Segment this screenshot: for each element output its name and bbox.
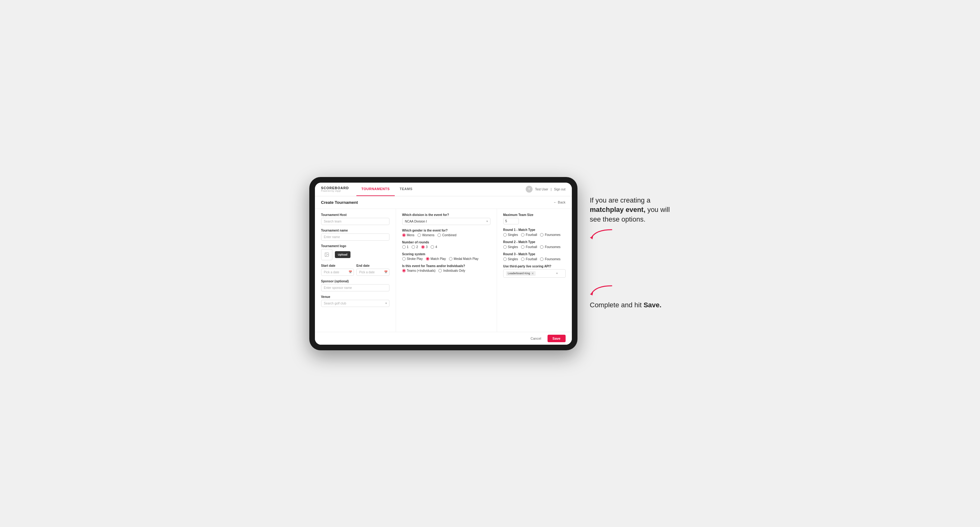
annotation-top-wrapper: If you are creating a matchplay event, y… — [590, 196, 671, 241]
gender-womens[interactable]: Womens — [417, 233, 434, 237]
tournament-name-input[interactable] — [321, 233, 390, 241]
start-date-group: Start date — [321, 264, 354, 276]
page-title: Create Tournament — [321, 200, 358, 205]
form-middle-column: Which division is the event for? NCAA Di… — [396, 209, 497, 332]
scoring-medal-radio[interactable] — [449, 257, 452, 260]
scoring-stroke[interactable]: Stroke Play — [402, 257, 423, 260]
round2-fourball[interactable]: Fourball — [521, 245, 537, 249]
gender-mens-radio[interactable] — [402, 233, 406, 237]
tablet-frame: SCOREBOARD Powered by clippt TOURNAMENTS… — [309, 177, 578, 350]
venue-select-wrapper — [321, 300, 390, 307]
start-date-input[interactable] — [321, 269, 354, 276]
back-link[interactable]: ← Back — [554, 200, 566, 204]
teams-label: Is this event for Teams and/or Individua… — [402, 264, 490, 268]
end-date-label: End date — [356, 264, 390, 267]
scoring-api-field[interactable]: Leaderboard King ✕ ▾ — [503, 269, 566, 278]
gender-womens-radio[interactable] — [417, 233, 421, 237]
tournament-host-input[interactable] — [321, 218, 390, 225]
rounds-group: Number of rounds 1 2 — [402, 241, 490, 249]
teams-label-text: Teams (+Individuals) — [407, 269, 436, 272]
end-date-input[interactable] — [356, 269, 390, 276]
scoring-match-label: Match Play — [431, 257, 446, 260]
round1-singles[interactable]: Singles — [503, 233, 518, 237]
max-team-input[interactable] — [503, 218, 519, 224]
gender-combined[interactable]: Combined — [438, 233, 457, 237]
rounds-3-radio[interactable] — [421, 245, 425, 249]
scoring-match[interactable]: Match Play — [426, 257, 446, 260]
form-right-column: Maximum Team Size Round 1 - Match Type S… — [497, 209, 572, 332]
scoring-stroke-radio[interactable] — [402, 257, 406, 260]
nav-right: T Test User | Sign out — [526, 186, 566, 193]
round3-foursomes[interactable]: Foursomes — [540, 257, 560, 261]
sign-out-link[interactable]: Sign out — [554, 187, 566, 191]
tab-teams[interactable]: TEAMS — [395, 183, 417, 196]
rounds-label: Number of rounds — [402, 241, 490, 244]
sponsor-group: Sponsor (optional) — [321, 279, 390, 291]
cancel-button[interactable]: Cancel — [527, 335, 545, 342]
venue-input[interactable] — [321, 300, 390, 307]
gender-combined-radio[interactable] — [438, 233, 441, 237]
arrow-bottom-svg — [590, 284, 615, 297]
round-1[interactable]: 1 — [402, 245, 409, 249]
scoring-api-label: Use third-party live scoring API? — [503, 265, 566, 268]
round1-fourball[interactable]: Fourball — [521, 233, 537, 237]
tournament-name-label: Tournament name — [321, 229, 390, 232]
save-button[interactable]: Save — [547, 335, 566, 342]
navbar: SCOREBOARD Powered by clippt TOURNAMENTS… — [315, 183, 572, 196]
division-select-wrapper: NCAA Division I — [402, 218, 490, 225]
round-3[interactable]: 3 — [421, 245, 428, 249]
round1-foursomes[interactable]: Foursomes — [540, 233, 560, 237]
round2-singles[interactable]: Singles — [503, 245, 518, 249]
round3-fourball-label: Fourball — [526, 257, 537, 261]
round2-singles-radio[interactable] — [503, 245, 507, 249]
teams-radio[interactable] — [402, 269, 406, 272]
scoring-medal[interactable]: Medal Match Play — [449, 257, 478, 260]
gender-combined-label: Combined — [442, 233, 457, 237]
upload-button[interactable]: Upload — [335, 251, 351, 258]
form-container: Create Tournament ← Back Tournament Host… — [315, 196, 572, 345]
scoring-api-group: Use third-party live scoring API? Leader… — [503, 265, 566, 278]
brand-subtitle: Powered by clippt — [321, 190, 349, 192]
individuals-radio[interactable] — [438, 269, 442, 272]
rounds-2-label: 2 — [416, 245, 418, 249]
round2-foursomes[interactable]: Foursomes — [540, 245, 560, 249]
round2-foursomes-radio[interactable] — [540, 245, 544, 249]
scoring-medal-label: Medal Match Play — [454, 257, 478, 260]
annotation-bottom-text: Complete and hit — [590, 301, 644, 309]
individuals-label-text: Individuals Only — [443, 269, 465, 272]
round-4[interactable]: 4 — [431, 245, 437, 249]
annotation-bottom-wrapper: Complete and hit Save. — [590, 284, 671, 310]
start-date-wrapper — [321, 269, 354, 276]
scoring-api-remove[interactable]: ✕ — [531, 272, 534, 275]
round3-singles[interactable]: Singles — [503, 257, 518, 261]
teams-option[interactable]: Teams (+Individuals) — [402, 269, 436, 272]
sponsor-input[interactable] — [321, 284, 390, 291]
round-2[interactable]: 2 — [412, 245, 418, 249]
gender-womens-label: Womens — [422, 233, 434, 237]
tournament-host-group: Tournament Host — [321, 213, 390, 225]
brand: SCOREBOARD Powered by clippt — [321, 186, 349, 192]
rounds-2-radio[interactable] — [412, 245, 415, 249]
end-date-wrapper — [356, 269, 390, 276]
start-date-label: Start date — [321, 264, 354, 267]
tournament-logo-group: Tournament logo Upload — [321, 244, 390, 260]
round1-fourball-radio[interactable] — [521, 233, 525, 237]
rounds-1-radio[interactable] — [402, 245, 406, 249]
round3-fourball[interactable]: Fourball — [521, 257, 537, 261]
round3-foursomes-radio[interactable] — [540, 257, 544, 261]
tab-tournaments[interactable]: TOURNAMENTS — [356, 183, 395, 196]
round3-singles-radio[interactable] — [503, 257, 507, 261]
venue-label: Venue — [321, 295, 390, 298]
round3-fourball-radio[interactable] — [521, 257, 525, 261]
division-select[interactable]: NCAA Division I — [402, 218, 490, 225]
round1-singles-radio[interactable] — [503, 233, 507, 237]
round2-fourball-radio[interactable] — [521, 245, 525, 249]
round3-singles-label: Singles — [508, 257, 518, 261]
individuals-option[interactable]: Individuals Only — [438, 269, 465, 272]
round1-foursomes-radio[interactable] — [540, 233, 544, 237]
rounds-4-radio[interactable] — [431, 245, 434, 249]
scoring-match-radio[interactable] — [426, 257, 430, 260]
tablet-screen: SCOREBOARD Powered by clippt TOURNAMENTS… — [315, 183, 572, 345]
annotation-top-bold: matchplay event, — [590, 206, 646, 213]
gender-mens[interactable]: Mens — [402, 233, 414, 237]
